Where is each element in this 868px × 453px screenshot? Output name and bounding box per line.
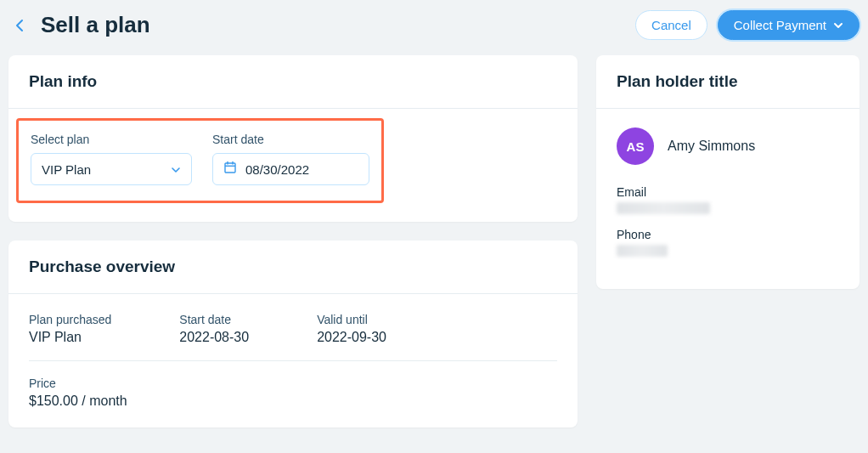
- purchase-overview-body: Plan purchased VIP Plan Start date 2022-…: [8, 294, 578, 428]
- cancel-button[interactable]: Cancel: [635, 10, 707, 40]
- valid-until-item: Valid until 2022-09-30: [317, 313, 386, 345]
- start-date-field: Start date 08/30/2022: [212, 133, 369, 185]
- overview-divider: [29, 360, 557, 361]
- highlighted-fields: Select plan VIP Plan Start date: [16, 118, 384, 203]
- page-header: Sell a plan Cancel Collect Payment: [0, 0, 868, 55]
- plan-holder-title: Plan holder title: [617, 72, 839, 91]
- plan-holder-body: AS Amy Simmons Email Phone: [596, 109, 860, 289]
- page-title: Sell a plan: [41, 12, 150, 38]
- plan-holder-name: Amy Simmons: [668, 139, 755, 154]
- select-plan-label: Select plan: [31, 133, 192, 146]
- plan-purchased-value: VIP Plan: [29, 330, 111, 345]
- start-date-value: 08/30/2022: [245, 162, 309, 177]
- overview-start-date-label: Start date: [179, 313, 249, 326]
- start-date-label: Start date: [212, 133, 369, 146]
- calendar-icon: [223, 161, 237, 178]
- valid-until-label: Valid until: [317, 313, 386, 326]
- chevron-left-icon: [15, 19, 24, 32]
- avatar: AS: [617, 127, 654, 165]
- header-left: Sell a plan: [10, 12, 150, 38]
- overview-row-1: Plan purchased VIP Plan Start date 2022-…: [29, 313, 557, 360]
- back-button[interactable]: [10, 16, 29, 35]
- plan-info-body: Select plan VIP Plan Start date: [8, 109, 578, 222]
- collect-payment-label: Collect Payment: [734, 18, 826, 32]
- overview-start-date-item: Start date 2022-08-30: [179, 313, 249, 345]
- overview-start-date-value: 2022-08-30: [179, 330, 249, 345]
- select-plan-dropdown[interactable]: VIP Plan: [31, 153, 192, 185]
- select-plan-value: VIP Plan: [42, 162, 91, 177]
- plan-holder-card: Plan holder title AS Amy Simmons Email P…: [596, 55, 860, 289]
- price-label: Price: [29, 377, 557, 390]
- purchase-overview-header: Purchase overview: [8, 241, 578, 294]
- valid-until-value: 2022-09-30: [317, 330, 386, 345]
- svg-rect-0: [225, 163, 235, 173]
- email-label: Email: [617, 185, 839, 199]
- email-value-redacted: [617, 202, 710, 214]
- plan-info-header: Plan info: [8, 55, 578, 109]
- price-item: Price $150.00 / month: [29, 377, 557, 409]
- chevron-down-icon: [171, 161, 181, 177]
- cancel-button-label: Cancel: [651, 18, 691, 32]
- purchase-overview-card: Purchase overview Plan purchased VIP Pla…: [8, 241, 578, 428]
- left-column: Plan info Select plan VIP Plan: [8, 55, 578, 428]
- plan-holder-header: Plan holder title: [596, 55, 860, 109]
- avatar-initials: AS: [627, 139, 645, 154]
- plan-holder-row: AS Amy Simmons: [617, 127, 839, 165]
- plan-purchased-item: Plan purchased VIP Plan: [29, 313, 111, 345]
- plan-info-title: Plan info: [29, 72, 557, 91]
- price-value: $150.00 / month: [29, 394, 557, 409]
- plan-purchased-label: Plan purchased: [29, 313, 111, 326]
- phone-value-redacted: [617, 245, 668, 257]
- content-area: Plan info Select plan VIP Plan: [0, 55, 868, 428]
- phone-label: Phone: [617, 228, 839, 241]
- header-actions: Cancel Collect Payment: [635, 10, 860, 40]
- plan-info-card: Plan info Select plan VIP Plan: [8, 55, 578, 222]
- start-date-input[interactable]: 08/30/2022: [212, 153, 369, 185]
- select-plan-field: Select plan VIP Plan: [31, 133, 192, 185]
- chevron-down-icon: [833, 22, 843, 29]
- purchase-overview-title: Purchase overview: [29, 258, 557, 276]
- collect-payment-button[interactable]: Collect Payment: [718, 10, 860, 40]
- right-column: Plan holder title AS Amy Simmons Email P…: [596, 55, 860, 428]
